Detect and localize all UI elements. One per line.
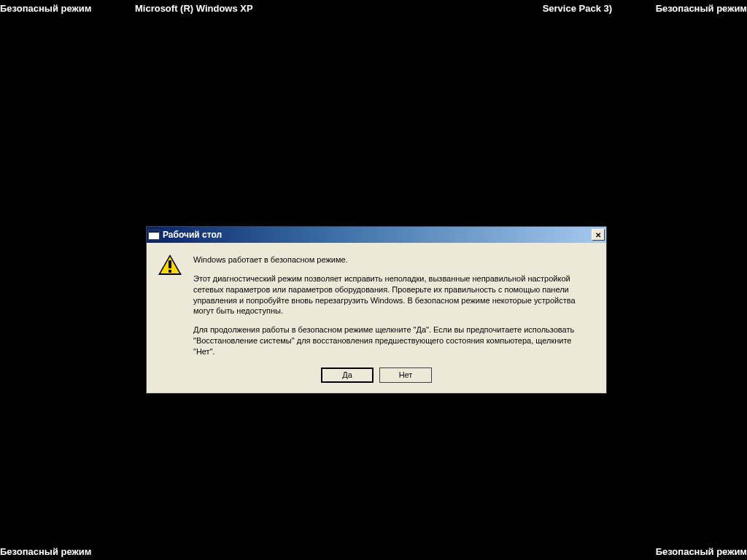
- safe-mode-dialog: Рабочий стол ✕ Windows работает в безопа…: [146, 226, 607, 394]
- window-icon: [148, 230, 160, 240]
- yes-button[interactable]: Да: [321, 368, 374, 383]
- dialog-title: Рабочий стол: [163, 230, 592, 240]
- warning-icon: [158, 254, 182, 278]
- dialog-paragraph-2: Этот диагностический режим позволяет исп…: [193, 273, 595, 316]
- dialog-button-row: Да Нет: [147, 368, 606, 393]
- safe-mode-label-top-left: Безопасный режим: [0, 3, 91, 14]
- dialog-body: Windows работает в безопасном режиме. Эт…: [147, 243, 606, 368]
- dialog-paragraph-3: Для продолжения работы в безопасном режи…: [193, 324, 595, 357]
- safe-mode-label-bottom-right: Безопасный режим: [656, 546, 747, 557]
- os-name-right: Service Pack 3): [543, 3, 612, 14]
- safe-mode-label-top-right: Безопасный режим: [656, 3, 747, 14]
- safe-mode-label-bottom-left: Безопасный режим: [0, 546, 91, 557]
- os-version-header: Microsoft (R) Windows XP Service Pack 3): [135, 3, 612, 14]
- dialog-titlebar: Рабочий стол ✕: [147, 227, 606, 243]
- dialog-paragraph-1: Windows работает в безопасном режиме.: [193, 254, 595, 265]
- os-name-left: Microsoft (R) Windows XP: [135, 3, 252, 14]
- close-button[interactable]: ✕: [592, 229, 605, 241]
- dialog-message: Windows работает в безопасном режиме. Эт…: [193, 254, 595, 357]
- no-button[interactable]: Нет: [379, 368, 432, 383]
